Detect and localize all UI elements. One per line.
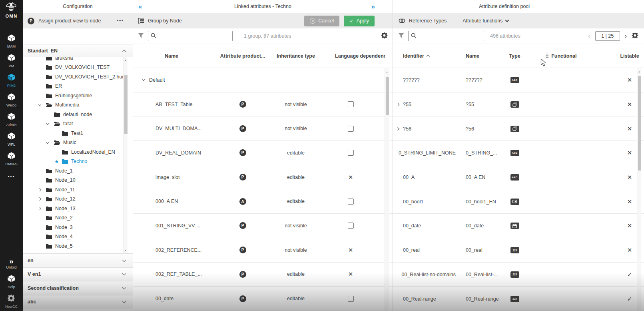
- tree-item[interactable]: Node_5: [23, 241, 133, 251]
- column-header-name[interactable]: Name: [456, 53, 502, 59]
- nav-item-admin[interactable]: Admin: [6, 112, 17, 127]
- chevron-right-icon[interactable]: [38, 197, 41, 201]
- tree-item[interactable]: Multimedia: [23, 100, 133, 110]
- tree-item[interactable]: DV_VOLKOVICH_TEST_2.hui: [23, 72, 133, 82]
- column-header-inheritance-type[interactable]: Inheritance type: [275, 53, 316, 59]
- chevron-down-icon[interactable]: [46, 122, 49, 125]
- nav-item-pim2[interactable]: PIM2: [7, 73, 16, 88]
- table-row[interactable]: 00_real 00_real 123 ✕: [393, 238, 644, 263]
- more-apps-icon[interactable]: •••: [8, 174, 15, 179]
- language-dependent-checkbox[interactable]: [348, 296, 354, 302]
- tree-item-selected[interactable]: ★ Techno: [23, 157, 133, 167]
- apply-button[interactable]: ✓ Apply: [344, 16, 375, 26]
- language-dependent-checkbox[interactable]: [348, 101, 354, 107]
- table-row[interactable]: 000_A EN A editable: [133, 189, 393, 214]
- chevron-down-icon[interactable]: [46, 140, 49, 144]
- table-row[interactable]: 002_REFERENCE... P not visible ✕: [133, 238, 393, 263]
- tree-item[interactable]: aruksha: [23, 57, 133, 63]
- group-row[interactable]: Default: [133, 68, 393, 92]
- tree-item[interactable]: LocalizedNodel_EN: [23, 147, 133, 157]
- tree-item[interactable]: Node_2: [23, 213, 133, 223]
- chevron-right-icon[interactable]: [38, 188, 41, 191]
- scroll-thumb[interactable]: [124, 75, 128, 134]
- nav-item-wfl[interactable]: WFL: [7, 132, 16, 146]
- tree-item[interactable]: Node_13: [23, 204, 133, 213]
- table-row[interactable]: 00_A 00_A EN ABC ✕: [393, 165, 644, 190]
- more-icon[interactable]: •••: [117, 18, 124, 24]
- nav-item-unfold[interactable]: » Unfold: [6, 259, 16, 269]
- nav-item-help[interactable]: Help: [7, 275, 16, 289]
- scroll-up-icon[interactable]: ▲: [124, 59, 128, 61]
- settings-gear-icon[interactable]: [632, 32, 638, 40]
- scroll-down-icon[interactable]: ▼: [124, 249, 128, 252]
- section-abc[interactable]: abc: [23, 295, 133, 309]
- language-dependent-checkbox[interactable]: [348, 150, 354, 156]
- chevron-down-icon[interactable]: [38, 103, 41, 106]
- table-row[interactable]: 001_STRING_VV ... P not visible: [133, 214, 393, 238]
- scroll-up-icon[interactable]: ▲: [385, 71, 389, 74]
- filter-icon[interactable]: [138, 33, 144, 39]
- column-header-identifier[interactable]: Identifier: [393, 53, 456, 59]
- section-en[interactable]: en: [23, 253, 133, 267]
- table-row[interactable]: 0_STRING_LIMIT_NONE 0_STRING_... ABC ✕: [393, 141, 644, 165]
- tree-item[interactable]: Node_10: [23, 176, 133, 185]
- tree-item[interactable]: Test1: [23, 128, 133, 138]
- table-row[interactable]: 00_Real-list-no-domains 00_Real-list-...…: [393, 263, 644, 287]
- search-input[interactable]: [417, 31, 483, 41]
- chevron-down-icon[interactable]: [142, 78, 145, 81]
- tree-item[interactable]: Frühlingsgefühle: [23, 91, 133, 100]
- page-indicator[interactable]: 1 | 25: [595, 31, 620, 41]
- nav-item-newcc[interactable]: NewCC: [5, 294, 18, 309]
- tree-item[interactable]: Node_1: [23, 166, 133, 176]
- table-row[interactable]: image_slot P editable ✕: [133, 165, 393, 190]
- nav-item-omn-s[interactable]: OMN-S: [6, 152, 18, 166]
- reference-types-button[interactable]: Reference Types: [409, 18, 447, 24]
- table-row[interactable]: AB_TEST_Table P not visible: [133, 92, 393, 117]
- language-dependent-checkbox[interactable]: [348, 126, 354, 132]
- chevron-right-icon[interactable]: [396, 103, 399, 106]
- scroll-thumb[interactable]: [638, 76, 641, 171]
- table-row[interactable]: ?56 ?56 ✕: [393, 116, 644, 141]
- tree-item[interactable]: ER: [23, 82, 133, 91]
- tree-item[interactable]: defautl_node: [23, 110, 133, 119]
- table-row[interactable]: 00_bool1 00_bool1_EN ✕: [393, 189, 644, 214]
- table-row[interactable]: DV_MULTI_DOMA... P not visible: [133, 116, 393, 141]
- next-page-icon[interactable]: ›: [625, 32, 627, 40]
- table-row[interactable]: ?55 ?55 ✕: [393, 92, 644, 117]
- scroll-thumb[interactable]: [386, 77, 389, 115]
- assign-product-view-button[interactable]: Assign product view to node: [38, 18, 101, 24]
- attribute-functions-menu[interactable]: Attribute functions: [463, 18, 508, 24]
- nav-item-mam[interactable]: MAM: [7, 34, 16, 48]
- filter-icon[interactable]: [398, 33, 404, 39]
- table-row[interactable]: 002_REF_TABLE_... P editable ✕: [133, 263, 393, 287]
- tree-item[interactable]: fafaf: [23, 119, 133, 129]
- chevron-right-icon[interactable]: [38, 207, 41, 210]
- tree-item[interactable]: Node_4: [23, 232, 133, 242]
- tree-item[interactable]: Node_11: [23, 185, 133, 195]
- tree-item[interactable]: Node_12: [23, 195, 133, 204]
- table-row[interactable]: DV_REAL_DOMAIN P editable: [133, 141, 393, 165]
- table-row[interactable]: 00_date P editable: [133, 287, 393, 311]
- tree-item[interactable]: DV_VOLKOVICH_TEST: [23, 63, 133, 72]
- tree-item[interactable]: Music: [23, 138, 133, 148]
- column-header-name[interactable]: Name: [133, 53, 210, 59]
- nav-item-pm[interactable]: PM: [7, 54, 16, 68]
- column-header-type[interactable]: Type: [502, 53, 528, 59]
- star-icon[interactable]: ★: [54, 159, 59, 164]
- expand-panel-icon[interactable]: »: [371, 3, 375, 11]
- settings-gear-icon[interactable]: [381, 32, 388, 40]
- section-v-en1[interactable]: V en1: [23, 267, 133, 281]
- chevron-right-icon[interactable]: [396, 127, 399, 130]
- nav-item-welco[interactable]: Welco: [6, 93, 16, 107]
- nav-item-omn[interactable]: OMN: [5, 2, 17, 18]
- language-dependent-checkbox[interactable]: [348, 223, 354, 229]
- classification-header[interactable]: Standart_EN: [23, 44, 133, 57]
- column-header-language-dependent[interactable]: Language dependenc: [316, 53, 385, 59]
- table-row[interactable]: 00_Real-range 00_Real-range 123 ✓: [393, 287, 644, 311]
- column-header-listable[interactable]: Listable: [615, 44, 644, 68]
- column-header-attribute-product[interactable]: Attribute product...: [210, 53, 275, 59]
- group-by-node-toggle[interactable]: Group by Node: [148, 18, 182, 24]
- scroll-up-icon[interactable]: ▲: [637, 70, 641, 73]
- search-input[interactable]: [156, 31, 230, 41]
- table-row[interactable]: ?????? ?????? ABC ✕: [393, 68, 644, 92]
